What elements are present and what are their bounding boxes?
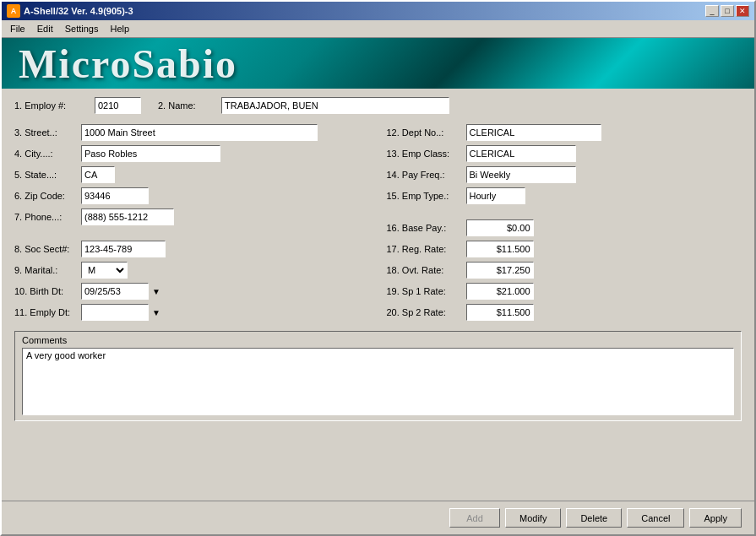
base-pay-input[interactable]	[466, 219, 534, 236]
modify-button[interactable]: Modify	[505, 508, 561, 528]
menu-settings[interactable]: Settings	[60, 22, 104, 35]
city-input[interactable]	[81, 145, 220, 162]
add-button[interactable]: Add	[449, 508, 500, 528]
base-pay-label: 16. Base Pay.:	[387, 223, 463, 233]
title-bar-buttons: _ □ ✕	[705, 5, 749, 17]
menu-bar: File Edit Settings Help	[2, 20, 754, 38]
reg-rate-input[interactable]	[466, 241, 534, 257]
state-row: 5. State...:	[14, 166, 370, 183]
banner: MicroSabio	[2, 38, 754, 89]
zip-input[interactable]	[81, 187, 149, 204]
marital-label: 9. Marital.:	[14, 265, 78, 275]
marital-row: 9. Marital.: M S D W	[14, 262, 370, 279]
emp-class-label: 13. Emp Class:	[387, 149, 463, 159]
ovt-rate-input[interactable]	[466, 262, 534, 279]
dept-row: 12. Dept No..:	[387, 124, 742, 141]
employ-label: 1. Employ #:	[14, 100, 78, 111]
zip-label: 6. Zip Code:	[14, 191, 78, 201]
zip-row: 6. Zip Code:	[14, 187, 370, 204]
state-label: 5. State...:	[14, 170, 78, 180]
soc-label: 8. Soc Sect#:	[14, 244, 78, 254]
comments-section: Comments A very good worker	[14, 331, 742, 421]
name-input[interactable]	[221, 97, 449, 114]
top-row: 1. Employ #: 2. Name:	[14, 97, 742, 114]
emp-type-input[interactable]	[466, 187, 525, 204]
menu-help[interactable]: Help	[105, 22, 134, 35]
close-button[interactable]: ✕	[736, 5, 749, 17]
birth-dropdown-icon[interactable]: ▼	[152, 287, 160, 296]
marital-select[interactable]: M S D W	[81, 262, 128, 279]
sp2-rate-label: 20. Sp 2 Rate:	[387, 307, 463, 317]
street-row: 3. Street..:	[14, 124, 370, 141]
street-input[interactable]	[81, 124, 318, 141]
emp-type-label: 15. Emp Type.:	[387, 191, 463, 201]
employ-input[interactable]	[95, 97, 141, 114]
window-title: A-Shell/32 Ver. 4.9(905)-3	[24, 6, 133, 16]
comments-textarea[interactable]: A very good worker	[22, 348, 734, 415]
street-label: 3. Street..:	[14, 127, 78, 138]
title-bar-left: A A-Shell/32 Ver. 4.9(905)-3	[7, 4, 133, 18]
sp2-rate-row: 20. Sp 2 Rate:	[387, 304, 742, 321]
title-bar: A A-Shell/32 Ver. 4.9(905)-3 _ □ ✕	[2, 2, 754, 20]
bottom-bar: Add Modify Delete Cancel Apply	[2, 501, 754, 534]
soc-row: 8. Soc Sect#:	[14, 241, 370, 257]
city-row: 4. City....:	[14, 145, 370, 162]
emply-label: 11. Emply Dt:	[14, 307, 78, 317]
banner-text: MicroSabio	[2, 41, 237, 87]
city-label: 4. City....:	[14, 149, 78, 159]
phone-input[interactable]	[81, 208, 174, 225]
sp2-rate-input[interactable]	[466, 304, 534, 321]
pay-freq-row: 14. Pay Freq.:	[387, 166, 742, 183]
form-columns: 3. Street..: 4. City....: 5. State...: 6…	[14, 124, 742, 321]
main-window: A A-Shell/32 Ver. 4.9(905)-3 _ □ ✕ File …	[0, 0, 756, 536]
reg-rate-row: 17. Reg. Rate:	[387, 241, 742, 257]
pay-freq-input[interactable]	[466, 166, 576, 183]
ovt-rate-row: 18. Ovt. Rate:	[387, 262, 742, 279]
maximize-button[interactable]: □	[721, 5, 734, 17]
emply-dropdown-icon[interactable]: ▼	[152, 308, 160, 317]
birth-label: 10. Birth Dt:	[14, 286, 78, 296]
soc-input[interactable]	[81, 241, 166, 257]
sp1-rate-input[interactable]	[466, 283, 534, 300]
menu-file[interactable]: File	[5, 22, 30, 35]
emp-type-row: 15. Emp Type.:	[387, 187, 742, 204]
cancel-button[interactable]: Cancel	[627, 508, 684, 528]
left-column: 3. Street..: 4. City....: 5. State...: 6…	[14, 124, 370, 321]
minimize-button[interactable]: _	[705, 5, 719, 17]
phone-label: 7. Phone...:	[14, 212, 78, 222]
reg-rate-label: 17. Reg. Rate:	[387, 244, 463, 254]
dept-label: 12. Dept No..:	[387, 127, 463, 138]
emply-input[interactable]	[81, 304, 149, 321]
apply-button[interactable]: Apply	[689, 508, 742, 528]
delete-button[interactable]: Delete	[566, 508, 622, 528]
app-icon: A	[7, 4, 20, 18]
right-column: 12. Dept No..: 13. Emp Class: 14. Pay Fr…	[387, 124, 742, 321]
pay-freq-label: 14. Pay Freq.:	[387, 170, 463, 180]
emp-class-row: 13. Emp Class:	[387, 145, 742, 162]
sp1-rate-row: 19. Sp 1 Rate:	[387, 283, 742, 300]
birth-row: 10. Birth Dt: ▼	[14, 283, 370, 300]
menu-edit[interactable]: Edit	[32, 22, 58, 35]
sp1-rate-label: 19. Sp 1 Rate:	[387, 286, 463, 296]
ovt-rate-label: 18. Ovt. Rate:	[387, 265, 463, 275]
state-input[interactable]	[81, 166, 115, 183]
base-pay-row: 16. Base Pay.:	[387, 219, 742, 236]
comments-label: Comments	[22, 335, 734, 345]
emp-class-input[interactable]	[466, 145, 576, 162]
birth-input[interactable]	[81, 283, 149, 300]
dept-input[interactable]	[466, 124, 601, 141]
name-label: 2. Name:	[158, 100, 204, 111]
phone-row: 7. Phone...:	[14, 208, 370, 225]
emply-row: 11. Emply Dt: ▼	[14, 304, 370, 321]
main-content: 1. Employ #: 2. Name: 3. Street..: 4. Ci…	[2, 89, 754, 501]
